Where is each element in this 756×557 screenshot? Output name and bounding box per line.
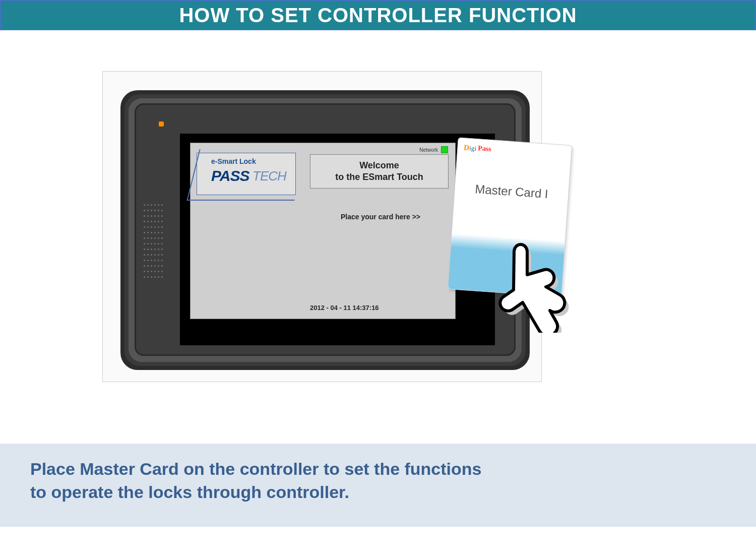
welcome-panel: Welcome to the ESmart Touch: [310, 154, 449, 189]
instruction-line-1: Place Master Card on the controller to s…: [30, 459, 482, 478]
card-brand-pass: Pass: [478, 144, 492, 153]
timestamp: 2012 - 04 - 11 14:37:16: [310, 304, 379, 312]
network-status: Network: [419, 146, 448, 153]
title-bar: HOW TO SET CONTROLLER FUNCTION: [0, 0, 756, 30]
place-card-prompt: Place your card here >>: [310, 213, 451, 221]
network-indicator-icon: [441, 146, 448, 153]
status-led-icon: [159, 121, 164, 127]
welcome-line-2: to the ESmart Touch: [310, 172, 448, 182]
brand-logo: e-Smart Lock PASS TECH: [197, 153, 296, 195]
instruction-line-2: to operate the locks through controller.: [30, 482, 349, 502]
brand-logo-small: e-Smart Lock: [211, 157, 256, 165]
device-screen[interactable]: e-Smart Lock PASS TECH Network Welcome t…: [190, 143, 456, 319]
hand-cursor-icon: [489, 242, 580, 333]
speaker-grille-icon: [144, 204, 164, 282]
card-title: Master Card I: [455, 180, 569, 203]
network-label: Network: [419, 147, 438, 153]
brand-logo-pass: PASS: [211, 167, 249, 184]
welcome-line-1: Welcome: [310, 160, 448, 171]
instruction-footer: Place Master Card on the controller to s…: [0, 444, 756, 527]
page-title: HOW TO SET CONTROLLER FUNCTION: [179, 4, 577, 27]
brand-logo-tech: TECH: [253, 168, 286, 184]
card-brand-igi: igi: [469, 144, 477, 153]
